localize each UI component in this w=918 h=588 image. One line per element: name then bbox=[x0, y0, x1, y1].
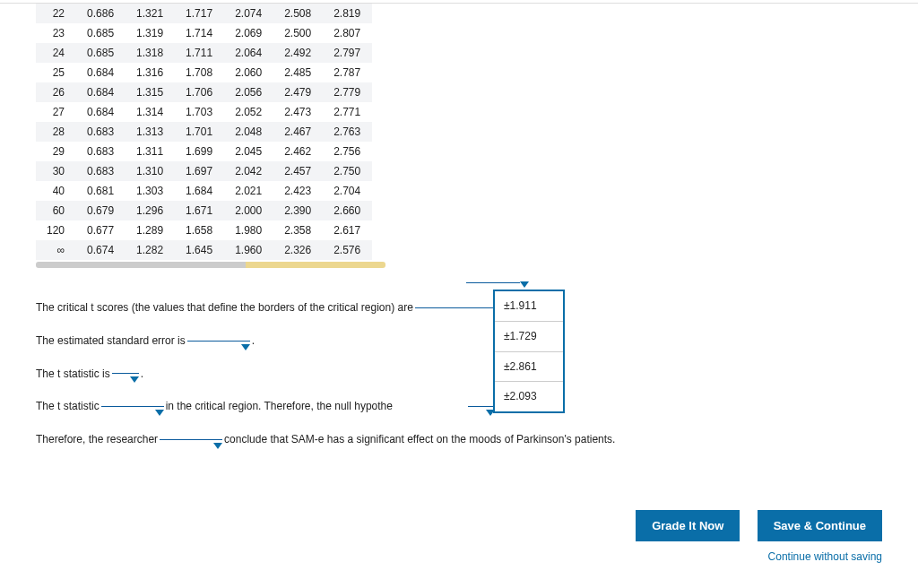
table-cell: 1.311 bbox=[126, 142, 175, 161]
table-cell: 2.048 bbox=[224, 122, 273, 142]
chevron-down-icon bbox=[213, 443, 222, 449]
table-cell: 28 bbox=[36, 122, 76, 142]
table-cell: 2.750 bbox=[323, 161, 372, 181]
table-cell: 1.310 bbox=[126, 161, 175, 181]
save-continue-button[interactable]: Save & Continue bbox=[758, 510, 882, 541]
table-cell: 2.492 bbox=[273, 43, 323, 63]
table-cell: 2.074 bbox=[224, 4, 273, 23]
table-cell: 2.576 bbox=[323, 240, 372, 260]
table-cell: 2.021 bbox=[224, 181, 273, 201]
q1-text-a: The critical t scores (the values that d… bbox=[36, 300, 413, 316]
table-cell: 1.282 bbox=[126, 240, 175, 260]
table-cell: 0.684 bbox=[76, 102, 126, 122]
q5-text-a: Therefore, the researcher bbox=[36, 432, 158, 447]
table-cell: 2.704 bbox=[323, 181, 372, 201]
table-cell: 24 bbox=[36, 43, 76, 63]
q5-text-b: conclude that SAM-e has a significant ef… bbox=[224, 432, 615, 447]
table-cell: 0.674 bbox=[76, 240, 126, 260]
table-scroll-hint[interactable] bbox=[36, 262, 385, 268]
option-1[interactable]: ±1.911 bbox=[495, 291, 563, 322]
table-cell: 1.319 bbox=[126, 23, 175, 43]
table-row: ∞0.6741.2821.6451.9602.3262.576 bbox=[36, 240, 372, 260]
table-row: 300.6831.3101.6972.0422.4572.750 bbox=[36, 161, 372, 181]
table-cell: 2.056 bbox=[224, 82, 273, 102]
table-row: 220.6861.3211.7172.0742.5082.819 bbox=[36, 4, 372, 23]
table-cell: 2.779 bbox=[323, 82, 372, 102]
table-row: 230.6851.3191.7142.0692.5002.807 bbox=[36, 23, 372, 43]
table-cell: 2.763 bbox=[323, 122, 372, 142]
table-cell: 2.060 bbox=[224, 63, 273, 82]
t-stat-dropdown[interactable] bbox=[112, 373, 139, 374]
table-cell: 2.819 bbox=[323, 4, 372, 23]
option-4[interactable]: ±2.093 bbox=[495, 382, 563, 411]
table-row: 270.6841.3141.7032.0522.4732.771 bbox=[36, 102, 372, 122]
chevron-down-icon bbox=[130, 376, 139, 383]
table-cell: 1.717 bbox=[175, 4, 224, 23]
footer-actions: Grade It Now Save & Continue Continue wi… bbox=[621, 510, 882, 563]
table-cell: 1.960 bbox=[224, 240, 273, 260]
table-cell: 0.685 bbox=[76, 23, 126, 43]
table-cell: 22 bbox=[36, 4, 76, 23]
option-2[interactable]: ±1.729 bbox=[495, 322, 563, 352]
q3-text-a: The t statistic is bbox=[36, 367, 110, 382]
table-cell: 0.683 bbox=[76, 122, 126, 142]
table-cell: 0.683 bbox=[76, 161, 126, 181]
table-cell: 2.467 bbox=[273, 122, 323, 142]
chevron-down-icon bbox=[155, 410, 164, 416]
table-cell: 0.683 bbox=[76, 142, 126, 161]
table-cell: 2.479 bbox=[273, 82, 323, 102]
table-cell: 2.660 bbox=[323, 201, 372, 220]
table-cell: 1.318 bbox=[126, 43, 175, 63]
table-cell: 2.485 bbox=[273, 63, 323, 82]
table-row: 400.6811.3031.6842.0212.4232.704 bbox=[36, 181, 372, 201]
option-3[interactable]: ±2.861 bbox=[495, 352, 563, 383]
table-cell: 2.042 bbox=[224, 161, 273, 181]
table-cell: 0.686 bbox=[76, 4, 126, 23]
table-cell: 0.679 bbox=[76, 201, 126, 220]
table-cell: 2.423 bbox=[273, 181, 323, 201]
table-cell: 1.315 bbox=[126, 82, 175, 102]
t-table: 220.6861.3211.7172.0742.5082.819230.6851… bbox=[36, 4, 372, 260]
table-cell: 2.473 bbox=[273, 102, 323, 122]
table-cell: 2.807 bbox=[323, 23, 372, 43]
table-cell: 2.787 bbox=[323, 63, 372, 82]
table-row: 290.6831.3111.6992.0452.4622.756 bbox=[36, 142, 372, 161]
table-cell: 2.358 bbox=[273, 220, 323, 240]
critical-t-dropdown[interactable] bbox=[415, 307, 505, 308]
q4-text-a: The t statistic bbox=[36, 399, 100, 414]
table-row: 1200.6771.2891.6581.9802.3582.617 bbox=[36, 220, 372, 240]
table-cell: 2.756 bbox=[323, 142, 372, 161]
table-cell: 120 bbox=[36, 220, 76, 240]
table-cell: 29 bbox=[36, 142, 76, 161]
table-cell: 1.671 bbox=[175, 201, 224, 220]
table-cell: 1.701 bbox=[175, 122, 224, 142]
table-cell: 1.697 bbox=[175, 161, 224, 181]
grade-button[interactable]: Grade It Now bbox=[636, 510, 740, 541]
q4-text-b: in the critical region. Therefore, the n… bbox=[166, 399, 393, 414]
std-error-dropdown[interactable] bbox=[187, 341, 250, 342]
table-cell: 25 bbox=[36, 63, 76, 82]
table-cell: 0.684 bbox=[76, 63, 126, 82]
in-region-dropdown[interactable] bbox=[101, 406, 164, 407]
table-cell: 0.681 bbox=[76, 181, 126, 201]
table-cell: 1.289 bbox=[126, 220, 175, 240]
table-cell: 2.508 bbox=[273, 4, 323, 23]
q2-text-a: The estimated standard error is bbox=[36, 333, 186, 349]
table-cell: ∞ bbox=[36, 240, 76, 260]
table-cell: 1.296 bbox=[126, 201, 175, 220]
table-cell: 1.699 bbox=[175, 142, 224, 161]
continue-without-saving-link[interactable]: Continue without saving bbox=[621, 550, 882, 563]
table-cell: 1.714 bbox=[175, 23, 224, 43]
table-cell: 2.064 bbox=[224, 43, 273, 63]
rejected-dropdown[interactable] bbox=[468, 406, 495, 407]
table-cell: 2.462 bbox=[273, 142, 323, 161]
table-cell: 2.797 bbox=[323, 43, 372, 63]
table-row: 240.6851.3181.7112.0642.4922.797 bbox=[36, 43, 372, 63]
table-cell: 40 bbox=[36, 181, 76, 201]
table-cell: 1.711 bbox=[175, 43, 224, 63]
conclude-dropdown[interactable] bbox=[160, 439, 222, 440]
table-cell: 2.457 bbox=[273, 161, 323, 181]
chevron-down-icon bbox=[241, 344, 250, 350]
table-cell: 23 bbox=[36, 23, 76, 43]
q2-text-b: . bbox=[252, 333, 255, 349]
